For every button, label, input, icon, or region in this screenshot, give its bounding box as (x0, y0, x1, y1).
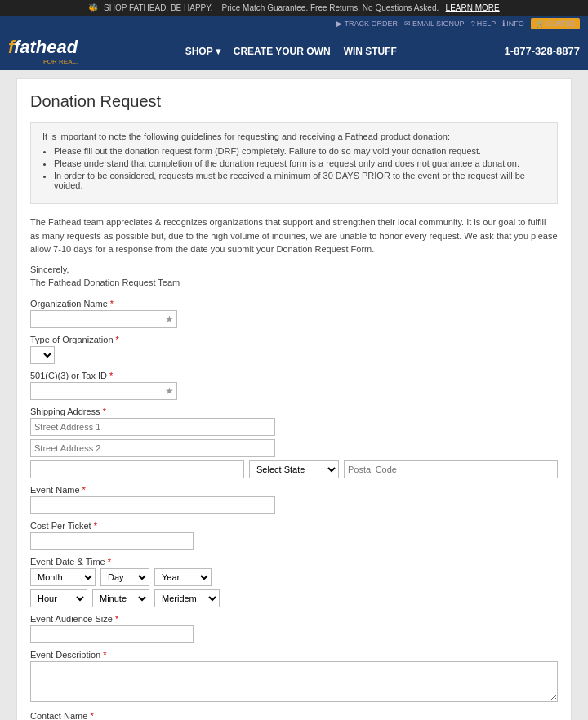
logo[interactable]: ffathead FOR REAL. (8, 37, 78, 65)
meridem-select[interactable]: Meridem AM PM (154, 589, 220, 607)
header-phone: 1-877-328-8877 (504, 45, 580, 57)
event-name-group: Event Name * (30, 485, 558, 514)
help-icon: ? (471, 20, 475, 28)
cost-per-ticket-input[interactable] (30, 532, 194, 550)
main-nav: SHOP ▾ CREATE YOUR OWN WIN STUFF (185, 46, 397, 57)
info-icon: ℹ (502, 20, 505, 28)
utility-nav: ▶ TRACK ORDER ✉ EMAIL SIGNUP ? HELP ℹ IN… (0, 16, 588, 32)
body-text: The Fathead team appreciates & recognize… (30, 216, 558, 256)
email-icon: ✉ (404, 20, 411, 28)
hour-select[interactable]: Hour (30, 589, 87, 607)
postal-input[interactable] (344, 460, 558, 478)
banner-guarantee: Price Match Guarantee. Free Returns, No … (222, 3, 439, 12)
year-select[interactable]: Year (154, 568, 212, 586)
cart-icon: 🛒 (536, 20, 545, 28)
track-order-link[interactable]: ▶ TRACK ORDER (336, 20, 398, 28)
sincerely: Sincerely, (30, 264, 558, 274)
tax-id-input-wrap: ★ (30, 382, 177, 400)
page-title: Donation Request (30, 92, 558, 111)
audience-size-input[interactable] (30, 625, 194, 643)
org-type-select[interactable] (30, 346, 55, 364)
guideline-1: Please fill out the donation request for… (54, 146, 546, 156)
date-row: Month Day Year (30, 568, 558, 586)
guideline-3: In order to be considered, requests must… (54, 171, 546, 190)
content-box: Donation Request It is important to note… (16, 78, 572, 720)
tax-id-input[interactable] (30, 382, 177, 400)
org-name-label: Organization Name * (30, 299, 558, 309)
header: ffathead FOR REAL. SHOP ▾ CREATE YOUR OW… (0, 32, 588, 70)
guidelines-list: Please fill out the donation request for… (54, 146, 546, 190)
street-addr-1-input[interactable] (30, 418, 275, 436)
event-desc-group: Event Description * (30, 650, 558, 704)
help-link[interactable]: ? HELP (471, 20, 497, 28)
nav-create[interactable]: CREATE YOUR OWN (234, 46, 331, 57)
track-icon: ▶ (336, 20, 342, 28)
org-name-input-wrap: ★ (30, 310, 177, 328)
org-name-group: Organization Name * ★ (30, 299, 558, 328)
audience-size-group: Event Audience Size * (30, 614, 558, 643)
cost-per-ticket-group: Cost Per Ticket * (30, 521, 558, 550)
state-select[interactable]: Select State (249, 460, 339, 478)
event-desc-label: Event Description * (30, 650, 558, 660)
tax-id-group: 501(C)(3) or Tax ID * ★ (30, 371, 558, 400)
event-name-input[interactable] (30, 496, 275, 514)
org-type-group: Type of Organization * (30, 335, 558, 364)
contact-name-label: Contact Name * (30, 711, 558, 721)
event-datetime-group: Event Date & Time * Month Day Year (30, 557, 558, 607)
contact-name-group: Contact Name * (30, 711, 558, 721)
guideline-intro: It is important to note the following gu… (42, 131, 546, 141)
city-input[interactable] (30, 460, 244, 478)
email-signup-link[interactable]: ✉ EMAIL SIGNUP (404, 20, 465, 28)
cost-per-ticket-label: Cost Per Ticket * (30, 521, 558, 531)
org-name-input[interactable] (30, 310, 177, 328)
page-wrapper: Donation Request It is important to note… (0, 70, 588, 720)
tax-star-icon: ★ (165, 385, 174, 397)
day-select[interactable]: Day (100, 568, 149, 586)
audience-size-label: Event Audience Size * (30, 614, 558, 624)
guideline-2: Please understand that completion of the… (54, 158, 546, 168)
guidelines-box: It is important to note the following gu… (30, 122, 558, 204)
donation-form: Organization Name * ★ Type of Organizati… (30, 299, 558, 721)
banner-bee: 🐝 (88, 3, 98, 12)
learn-more-link[interactable]: LEARN MORE (446, 3, 500, 12)
shop-arrow-icon: ▾ (216, 46, 220, 57)
org-type-label: Type of Organization * (30, 335, 558, 344)
team-name: The Fathead Donation Request Team (30, 278, 558, 287)
shipping-group: Shipping Address * Select State (30, 407, 558, 478)
shipping-label: Shipping Address * (30, 407, 558, 416)
nav-win[interactable]: WIN STUFF (344, 46, 397, 57)
tax-id-label: 501(C)(3) or Tax ID * (30, 371, 558, 380)
logo-for-real: FOR REAL. (8, 58, 78, 65)
cart-button[interactable]: 🛒 CART(0) (531, 18, 580, 29)
minute-select[interactable]: Minute (92, 589, 149, 607)
banner-text: SHOP FATHEAD. BE HAPPY. (104, 3, 212, 12)
top-banner: 🐝 SHOP FATHEAD. BE HAPPY. Price Match Gu… (0, 0, 588, 16)
event-desc-textarea[interactable] (30, 661, 558, 702)
event-datetime-label: Event Date & Time * (30, 557, 558, 567)
event-name-label: Event Name * (30, 485, 558, 495)
time-row: Hour Minute Meridem AM PM (30, 589, 558, 607)
month-select[interactable]: Month (30, 568, 96, 586)
logo-text: ffathead (8, 37, 78, 58)
city-state-row: Select State (30, 460, 558, 478)
star-icon: ★ (165, 313, 174, 325)
nav-shop[interactable]: SHOP ▾ (185, 46, 220, 57)
street-addr-2-input[interactable] (30, 439, 275, 457)
info-link[interactable]: ℹ INFO (502, 20, 524, 28)
